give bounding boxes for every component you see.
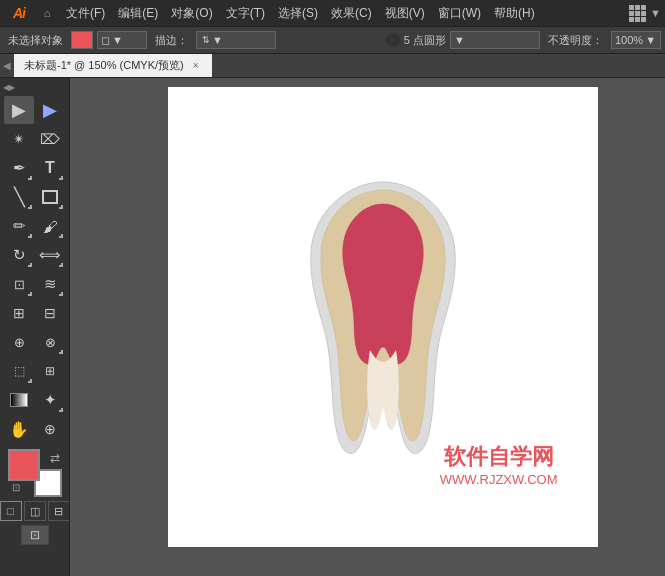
mesh-icon: ⊞	[45, 364, 55, 378]
warp-icon: ≋	[44, 275, 57, 293]
hand-icon: ✋	[9, 420, 29, 439]
stroke-width-dropdown[interactable]: ⇅ ▼	[196, 31, 276, 49]
free-transform-icon: ⊟	[44, 305, 56, 321]
shape-builder-icon: ⊕	[14, 335, 25, 350]
tool-warp[interactable]: ≋	[35, 270, 65, 298]
reflect-icon: ⟺	[39, 246, 61, 264]
brush-dropdown[interactable]: ▼	[450, 31, 540, 49]
fill-color-swatch[interactable]	[71, 31, 93, 49]
tool-magic-wand[interactable]: ✴	[4, 125, 34, 153]
home-icon-btn[interactable]: ⌂	[36, 2, 58, 24]
tool-type[interactable]: T	[35, 154, 65, 182]
gradient-icon	[10, 393, 28, 407]
lasso-icon: ⌦	[40, 131, 60, 147]
mode-row: □ ◫ ⊟	[0, 501, 70, 521]
menu-window[interactable]: 窗口(W)	[432, 3, 487, 24]
inside-mode-btn[interactable]: ⊟	[48, 501, 70, 521]
artboard: 软件自学网 WWW.RJZXW.COM	[168, 87, 598, 547]
brush-dropdown-arrow: ▼	[454, 34, 465, 46]
stroke-up-down: ⇅	[202, 35, 210, 45]
tool-gradient[interactable]	[4, 386, 34, 414]
perspective-icon: ⬚	[14, 364, 25, 378]
foreground-color-swatch[interactable]	[8, 449, 40, 481]
behind-mode-btn[interactable]: ◫	[24, 501, 46, 521]
tool-direct-selection[interactable]: ▶	[35, 96, 65, 124]
toolbar-row: 未选择对象 ◻ ▼ 描边： ⇅ ▼ 5 点圆形 ▼ 不透明度： 100% ▼	[0, 26, 665, 54]
width-icon: ⊞	[13, 305, 25, 321]
stroke-dropdown-arrow: ▼	[212, 34, 223, 46]
opacity-dropdown-arrow: ▼	[645, 34, 656, 46]
object-label: 未选择对象	[4, 33, 67, 48]
tool-line[interactable]: ╲	[4, 183, 34, 211]
color-section: ⇄ ⊡	[8, 449, 62, 497]
pencil-icon: ✏	[13, 217, 26, 235]
eyedropper-icon: ✦	[44, 391, 57, 409]
tool-free-transform[interactable]: ⊟	[35, 299, 65, 327]
stroke-dropdown[interactable]: ◻ ▼	[97, 31, 147, 49]
tool-blob-brush[interactable]: 🖌	[35, 212, 65, 240]
tool-shape-builder[interactable]: ⊕	[4, 328, 34, 356]
tool-pencil[interactable]: ✏	[4, 212, 34, 240]
tool-live-paint[interactable]: ⊗	[35, 328, 65, 356]
scale-icon: ⊡	[14, 277, 25, 292]
tool-hand[interactable]: ✋	[4, 415, 34, 443]
swap-colors-btn[interactable]: ⇄	[50, 451, 60, 465]
zoom-icon: ⊕	[44, 421, 56, 437]
reset-colors-btn[interactable]: ⊡	[12, 482, 20, 493]
menu-items: 文件(F) 编辑(E) 对象(O) 文字(T) 选择(S) 效果(C) 视图(V…	[60, 3, 627, 24]
pen-icon: ✒	[13, 159, 26, 177]
menu-text[interactable]: 文字(T)	[220, 3, 271, 24]
magic-wand-icon: ✴	[13, 131, 25, 147]
tool-pen[interactable]: ✒	[4, 154, 34, 182]
tool-scale[interactable]: ⊡	[4, 270, 34, 298]
tab-title: 未标题-1* @ 150% (CMYK/预览)	[24, 58, 184, 73]
menu-object[interactable]: 对象(O)	[165, 3, 218, 24]
point-indicator	[386, 33, 400, 47]
tool-width[interactable]: ⊞	[4, 299, 34, 327]
workspace-grid-icon[interactable]	[629, 5, 646, 22]
tool-rotate[interactable]: ↻	[4, 241, 34, 269]
tab-bar: ◀ 未标题-1* @ 150% (CMYK/预览) ×	[0, 54, 665, 78]
tool-selection[interactable]: ▶	[4, 96, 34, 124]
menu-bar: Ai ⌂ 文件(F) 编辑(E) 对象(O) 文字(T) 选择(S) 效果(C)…	[0, 0, 665, 26]
type-icon: T	[45, 159, 55, 177]
rect-icon	[42, 190, 58, 204]
tool-zoom[interactable]: ⊕	[35, 415, 65, 443]
live-paint-icon: ⊗	[45, 335, 56, 350]
app-logo: Ai	[4, 0, 34, 26]
left-toolbar: ◀▶ ▶ ▶ ✴ ⌦ ✒ T ╲	[0, 78, 70, 576]
toolbar-expand-btn[interactable]: ◀▶	[2, 82, 16, 92]
tooth-illustration	[273, 162, 493, 472]
menu-select[interactable]: 选择(S)	[272, 3, 324, 24]
tab-scroll-left[interactable]: ◀	[0, 54, 14, 77]
normal-mode-btn[interactable]: □	[0, 501, 22, 521]
menu-effect[interactable]: 效果(C)	[325, 3, 378, 24]
tools-grid: ▶ ▶ ✴ ⌦ ✒ T ╲	[4, 96, 65, 443]
menu-help[interactable]: 帮助(H)	[488, 3, 541, 24]
point-label: 5 点圆形	[404, 33, 446, 48]
menu-file[interactable]: 文件(F)	[60, 3, 111, 24]
workspace-arrow: ▼	[650, 7, 661, 19]
menu-edit[interactable]: 编辑(E)	[112, 3, 164, 24]
document-tab[interactable]: 未标题-1* @ 150% (CMYK/预览) ×	[14, 54, 212, 77]
screen-mode-icon: ⊡	[30, 528, 40, 542]
opacity-label: 不透明度：	[544, 33, 607, 48]
change-screen-btn[interactable]: ⊡	[21, 525, 49, 545]
tool-lasso[interactable]: ⌦	[35, 125, 65, 153]
blob-brush-icon: 🖌	[43, 218, 58, 235]
canvas-area[interactable]: 软件自学网 WWW.RJZXW.COM	[70, 78, 665, 576]
watermark-line2: WWW.RJZXW.COM	[440, 472, 558, 487]
stroke-icon: ◻	[101, 34, 110, 47]
tool-perspective[interactable]: ⬚	[4, 357, 34, 385]
tool-rect[interactable]	[35, 183, 65, 211]
tool-eyedropper[interactable]: ✦	[35, 386, 65, 414]
opacity-value: 100%	[615, 34, 643, 46]
menu-right: ▼	[629, 5, 661, 22]
stroke-arrow: ▼	[112, 34, 123, 46]
tool-reflect[interactable]: ⟺	[35, 241, 65, 269]
rotate-icon: ↻	[13, 246, 26, 264]
tab-close-button[interactable]: ×	[190, 60, 202, 72]
tool-mesh[interactable]: ⊞	[35, 357, 65, 385]
opacity-dropdown[interactable]: 100% ▼	[611, 31, 661, 49]
menu-view[interactable]: 视图(V)	[379, 3, 431, 24]
